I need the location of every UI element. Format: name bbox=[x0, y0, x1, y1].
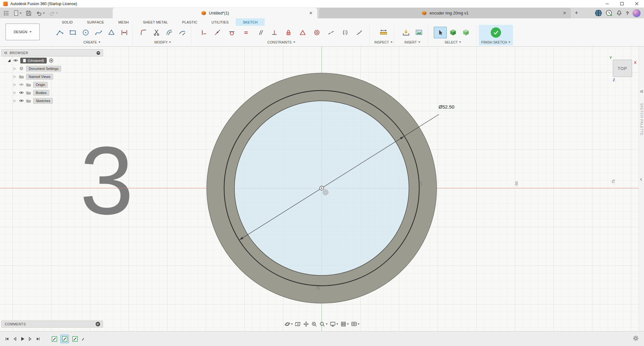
insert-button[interactable] bbox=[400, 27, 412, 38]
rectangle-tool-button[interactable] bbox=[66, 27, 79, 38]
extend-tool-button[interactable] bbox=[176, 27, 189, 38]
timeline-step-forward-button[interactable] bbox=[26, 335, 34, 343]
new-document-button[interactable]: + bbox=[575, 8, 578, 18]
maximize-button[interactable] bbox=[614, 0, 629, 7]
expand-triangle-icon[interactable]: ▷ bbox=[14, 99, 17, 102]
group-label-modify[interactable]: MODIFY bbox=[155, 40, 171, 45]
group-label-select[interactable]: SELECT bbox=[445, 40, 461, 45]
collinear-constraint-button[interactable] bbox=[324, 27, 338, 38]
expand-triangle-icon[interactable]: ▷ bbox=[14, 67, 17, 70]
circle-tool-button[interactable] bbox=[79, 27, 92, 38]
timeline-sketch-feature-editing[interactable] bbox=[71, 335, 79, 343]
viewports-button[interactable] bbox=[351, 321, 360, 327]
close-tab-button[interactable]: ✕ bbox=[563, 11, 566, 15]
dimension-value[interactable]: Ø52.50 bbox=[439, 104, 454, 110]
collapse-browser-icon[interactable] bbox=[4, 51, 8, 55]
curvature-constraint-button[interactable] bbox=[352, 27, 366, 38]
symmetry-constraint-button[interactable] bbox=[338, 27, 352, 38]
insert-canvas-button[interactable] bbox=[412, 27, 425, 38]
help-icon[interactable]: ? bbox=[626, 10, 629, 16]
measure-tool-button[interactable] bbox=[377, 27, 390, 38]
group-label-inspect[interactable]: INSPECT bbox=[374, 40, 393, 45]
look-at-button[interactable] bbox=[295, 321, 301, 327]
finish-sketch-button[interactable]: FINISH SKETCH bbox=[479, 25, 513, 45]
close-tab-button[interactable]: ✕ bbox=[309, 11, 313, 15]
close-window-button[interactable] bbox=[629, 0, 644, 7]
viewcube[interactable]: TOP bbox=[613, 60, 632, 77]
expand-triangle-icon[interactable]: ▷ bbox=[14, 91, 17, 94]
undo-button[interactable] bbox=[36, 10, 45, 16]
fillet-tool-button[interactable] bbox=[137, 27, 150, 38]
redo-button[interactable] bbox=[49, 10, 58, 16]
extensions-globe-icon[interactable] bbox=[595, 9, 602, 17]
sketch-dimension-button[interactable] bbox=[118, 27, 131, 38]
offset-tool-button[interactable] bbox=[163, 27, 176, 38]
group-label-insert[interactable]: INSERT bbox=[404, 40, 420, 45]
zoom-button[interactable] bbox=[311, 321, 317, 327]
horizontal-vertical-constraint-button[interactable] bbox=[196, 27, 211, 38]
expand-triangle-icon[interactable]: ▷ bbox=[14, 83, 17, 86]
browser-item-named-views[interactable]: ▷ Named Views bbox=[1, 72, 103, 81]
document-tab-active[interactable]: Untitled*(1) ✕ bbox=[113, 8, 317, 18]
collapse-panel-icon[interactable] bbox=[639, 90, 644, 93]
timeline-settings-button[interactable] bbox=[633, 335, 639, 342]
browser-item-label[interactable]: Document Settings bbox=[26, 66, 61, 72]
line-tool-button[interactable] bbox=[53, 27, 66, 38]
workspace-switcher-button[interactable]: DESIGN bbox=[5, 24, 40, 40]
document-tab-inactive[interactable]: encoder ring 20mg v1 ✕ bbox=[319, 8, 571, 18]
sketch-palette-label[interactable]: SKETCH PALETTE bbox=[640, 103, 643, 136]
browser-item-label[interactable]: Named Views bbox=[26, 74, 53, 80]
component-select-button[interactable] bbox=[459, 27, 472, 38]
app-grid-button[interactable] bbox=[3, 10, 9, 16]
notifications-bell-icon[interactable] bbox=[616, 10, 622, 16]
coincident-constraint-button[interactable] bbox=[211, 27, 225, 38]
body-select-button[interactable] bbox=[447, 27, 459, 38]
browser-root-row[interactable]: ◢ (Unsaved) bbox=[1, 56, 103, 64]
save-button[interactable] bbox=[26, 10, 32, 16]
activate-target-icon[interactable] bbox=[49, 58, 53, 63]
timeline-sketch-feature-selected[interactable] bbox=[61, 335, 69, 343]
timeline-go-to-end-button[interactable] bbox=[34, 335, 42, 343]
browser-item-label[interactable]: Bodies bbox=[33, 90, 49, 96]
browser-item-label[interactable]: Origin bbox=[33, 82, 48, 88]
perpendicular-constraint-button[interactable] bbox=[267, 27, 281, 38]
expand-triangle-icon[interactable]: ◢ bbox=[8, 58, 11, 62]
browser-item-label[interactable]: Sketches bbox=[33, 98, 53, 104]
pan-button[interactable] bbox=[303, 321, 309, 327]
viewcube-face-label[interactable]: TOP bbox=[618, 66, 627, 71]
browser-item-sketches[interactable]: ▷ Sketches bbox=[1, 97, 103, 105]
timeline-play-button[interactable] bbox=[19, 335, 26, 343]
orbit-button[interactable] bbox=[285, 321, 293, 327]
display-settings-button[interactable] bbox=[330, 321, 338, 327]
visibility-eye-icon[interactable] bbox=[19, 91, 24, 94]
visibility-eye-icon[interactable] bbox=[19, 99, 24, 102]
expand-triangle-icon[interactable]: ▷ bbox=[14, 75, 17, 78]
browser-header[interactable]: BROWSER bbox=[1, 49, 103, 56]
comment-bubble-icon[interactable] bbox=[95, 322, 100, 327]
job-status-clock-icon[interactable] bbox=[606, 10, 612, 16]
browser-item-document-settings[interactable]: ▷ Document Settings bbox=[1, 64, 103, 72]
browser-item-bodies[interactable]: ▷ Bodies bbox=[1, 89, 103, 97]
browser-item-origin[interactable]: ▷ Origin bbox=[1, 81, 103, 89]
document-root-node[interactable]: (Unsaved) bbox=[20, 58, 47, 63]
timeline-go-to-start-button[interactable] bbox=[3, 335, 11, 343]
visibility-eye-icon[interactable] bbox=[19, 83, 24, 86]
user-avatar[interactable] bbox=[632, 9, 641, 17]
concentric-constraint-button[interactable] bbox=[310, 27, 324, 38]
fit-button[interactable] bbox=[319, 321, 328, 327]
tangent-constraint-button[interactable] bbox=[225, 27, 239, 38]
group-label-constraints[interactable]: CONSTRAINTS bbox=[267, 40, 295, 45]
parallel-constraint-button[interactable] bbox=[253, 27, 267, 38]
fix-unfix-constraint-button[interactable] bbox=[281, 27, 296, 38]
timeline-sketch-feature[interactable] bbox=[50, 335, 59, 343]
midpoint-constraint-button[interactable] bbox=[296, 27, 310, 38]
file-menu-button[interactable] bbox=[13, 10, 22, 16]
minimize-button[interactable] bbox=[600, 0, 614, 7]
select-cursor-button[interactable] bbox=[434, 27, 447, 38]
polygon-tool-button[interactable] bbox=[105, 27, 118, 38]
grid-settings-button[interactable] bbox=[341, 321, 349, 327]
timeline-step-back-button[interactable] bbox=[11, 335, 19, 343]
browser-options-icon[interactable] bbox=[97, 51, 100, 55]
visibility-eye-icon[interactable] bbox=[13, 59, 18, 62]
expand-panel-chevron-icon[interactable] bbox=[639, 178, 643, 181]
